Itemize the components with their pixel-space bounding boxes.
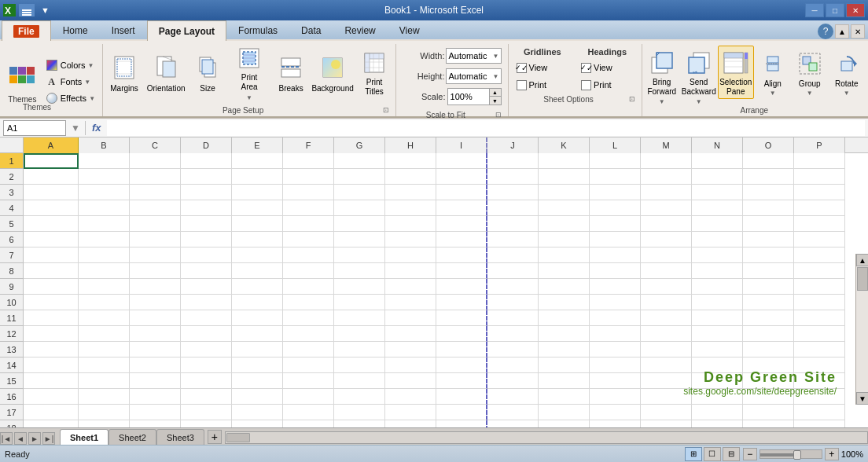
cell-p8[interactable] <box>794 263 845 279</box>
cell-d12[interactable] <box>181 326 232 342</box>
cell-m1[interactable] <box>641 153 692 169</box>
cell-l2[interactable] <box>590 169 641 185</box>
cell-n3[interactable] <box>692 185 743 200</box>
cell-j13[interactable] <box>487 342 539 358</box>
cell-b7[interactable] <box>79 248 130 263</box>
cell-i8[interactable] <box>436 263 487 279</box>
breaks-button[interactable]: Breaks <box>270 46 311 99</box>
tab-view[interactable]: View <box>388 20 432 39</box>
cell-o2[interactable] <box>743 169 794 185</box>
cell-b13[interactable] <box>79 342 130 358</box>
rotate-button[interactable]: Rotate ▼ <box>829 46 865 99</box>
cell-b1[interactable] <box>79 153 130 169</box>
cell-h11[interactable] <box>385 310 436 326</box>
cell-a1[interactable] <box>24 153 79 169</box>
col-header-b[interactable]: B <box>79 138 130 153</box>
row-header-5[interactable]: 5 <box>0 216 24 232</box>
height-input[interactable]: Automatic ▼ <box>446 68 501 84</box>
cell-g10[interactable] <box>334 295 385 310</box>
cell-d5[interactable] <box>181 216 232 232</box>
horizontal-scrollbar[interactable] <box>225 431 868 444</box>
cell-p6[interactable] <box>794 232 845 248</box>
cell-a2[interactable] <box>24 169 79 185</box>
print-titles-button[interactable]: PrintTitles <box>354 46 395 99</box>
cell-g6[interactable] <box>334 232 385 248</box>
col-header-n[interactable]: N <box>692 138 743 153</box>
cell-a10[interactable] <box>24 295 79 310</box>
cell-j5[interactable] <box>487 216 539 232</box>
col-header-j[interactable]: J <box>487 138 539 153</box>
row-header-17[interactable]: 17 <box>0 405 24 420</box>
cell-e9[interactable] <box>232 279 283 295</box>
cell-a11[interactable] <box>24 310 79 326</box>
cell-e12[interactable] <box>232 326 283 342</box>
cell-a17[interactable] <box>24 405 79 420</box>
cell-g13[interactable] <box>334 342 385 358</box>
cell-o3[interactable] <box>743 185 794 200</box>
row-header-7[interactable]: 7 <box>0 248 24 263</box>
scroll-thumb[interactable] <box>857 267 868 291</box>
scale-down[interactable]: ▼ <box>490 97 501 104</box>
cell-m14[interactable] <box>641 358 692 373</box>
cell-p14[interactable] <box>794 358 845 373</box>
cell-c12[interactable] <box>130 326 181 342</box>
size-button[interactable]: Size <box>187 46 228 99</box>
col-header-h[interactable]: H <box>385 138 436 153</box>
gridlines-view-checkbox[interactable]: ✓ <box>517 63 527 73</box>
cell-n4[interactable] <box>692 200 743 216</box>
cell-l17[interactable] <box>590 405 641 420</box>
cell-i6[interactable] <box>436 232 487 248</box>
cell-k16[interactable] <box>539 389 590 405</box>
close-ribbon-button[interactable]: ✕ <box>851 24 865 38</box>
cell-a13[interactable] <box>24 342 79 358</box>
cell-j16[interactable] <box>487 389 539 405</box>
cell-b6[interactable] <box>79 232 130 248</box>
cell-m15[interactable] <box>641 373 692 389</box>
cell-b9[interactable] <box>79 279 130 295</box>
cell-i3[interactable] <box>436 185 487 200</box>
cell-e11[interactable] <box>232 310 283 326</box>
cell-b3[interactable] <box>79 185 130 200</box>
cell-o16[interactable] <box>743 389 794 405</box>
col-header-g[interactable]: G <box>334 138 385 153</box>
cell-d10[interactable] <box>181 295 232 310</box>
cell-n15[interactable] <box>692 373 743 389</box>
cell-h8[interactable] <box>385 263 436 279</box>
cell-g14[interactable] <box>334 358 385 373</box>
cell-c1[interactable] <box>130 153 181 169</box>
cell-h9[interactable] <box>385 279 436 295</box>
cell-o5[interactable] <box>743 216 794 232</box>
cell-o15[interactable] <box>743 373 794 389</box>
name-box[interactable]: A1 <box>3 120 66 136</box>
row-header-11[interactable]: 11 <box>0 310 24 326</box>
cell-e5[interactable] <box>232 216 283 232</box>
cell-c15[interactable] <box>130 373 181 389</box>
cell-c14[interactable] <box>130 358 181 373</box>
tab-formulas[interactable]: Formulas <box>226 20 289 39</box>
cell-p9[interactable] <box>794 279 845 295</box>
cell-l16[interactable] <box>590 389 641 405</box>
cell-f15[interactable] <box>283 373 334 389</box>
cell-i16[interactable] <box>436 389 487 405</box>
cell-j17[interactable] <box>487 405 539 420</box>
cell-j15[interactable] <box>487 373 539 389</box>
margins-button[interactable]: Margins <box>104 46 145 99</box>
cell-k6[interactable] <box>539 232 590 248</box>
tab-home[interactable]: Home <box>51 20 100 39</box>
cell-h2[interactable] <box>385 169 436 185</box>
col-header-e[interactable]: E <box>232 138 283 153</box>
row-header-1[interactable]: 1 <box>0 153 24 169</box>
cell-i15[interactable] <box>436 373 487 389</box>
cell-l8[interactable] <box>590 263 641 279</box>
cell-g4[interactable] <box>334 200 385 216</box>
cell-n10[interactable] <box>692 295 743 310</box>
cell-n12[interactable] <box>692 326 743 342</box>
cell-k5[interactable] <box>539 216 590 232</box>
cell-m5[interactable] <box>641 216 692 232</box>
cell-m10[interactable] <box>641 295 692 310</box>
cell-g17[interactable] <box>334 405 385 420</box>
cell-c8[interactable] <box>130 263 181 279</box>
cell-g1[interactable] <box>334 153 385 169</box>
cell-i9[interactable] <box>436 279 487 295</box>
cell-h7[interactable] <box>385 248 436 263</box>
